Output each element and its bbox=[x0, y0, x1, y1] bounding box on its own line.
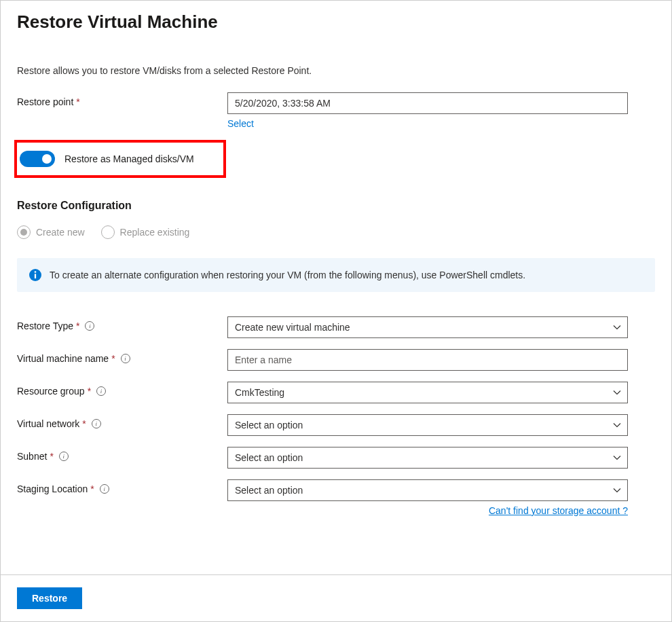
radio-replace-existing-label: Replace existing bbox=[120, 227, 190, 238]
staging-location-select[interactable]: Select an option bbox=[227, 479, 628, 501]
virtual-network-label-text: Virtual network bbox=[17, 418, 79, 429]
resource-group-value: CmkTesting bbox=[227, 382, 628, 403]
select-restore-point-link[interactable]: Select bbox=[227, 118, 254, 129]
info-icon[interactable]: i bbox=[121, 354, 130, 363]
required-asterisk: * bbox=[76, 321, 79, 331]
virtual-network-label: Virtual network * i bbox=[17, 414, 227, 429]
radio-create-new[interactable]: Create new bbox=[17, 225, 85, 239]
managed-disks-toggle-label: Restore as Managed disks/VM bbox=[64, 153, 194, 164]
subnet-value: Select an option bbox=[227, 447, 628, 469]
vm-name-label-text: Virtual machine name bbox=[17, 353, 109, 364]
restore-type-value: Create new virtual machine bbox=[227, 316, 628, 338]
svg-rect-1 bbox=[35, 274, 36, 278]
required-asterisk: * bbox=[88, 386, 91, 397]
resource-group-label-text: Resource group bbox=[17, 386, 85, 397]
subnet-label: Subnet * i bbox=[17, 447, 227, 462]
restore-config-section-title: Restore Configuration bbox=[17, 200, 655, 212]
radio-replace-existing[interactable]: Replace existing bbox=[101, 225, 190, 239]
restore-type-label: Restore Type * i bbox=[17, 316, 227, 331]
resource-group-select[interactable]: CmkTesting bbox=[227, 382, 628, 403]
restore-point-input[interactable] bbox=[227, 92, 628, 114]
info-icon[interactable]: i bbox=[85, 321, 94, 331]
virtual-network-select[interactable]: Select an option bbox=[227, 414, 628, 436]
info-message-text: To create an alternate configuration whe… bbox=[50, 270, 525, 280]
info-icon[interactable]: i bbox=[96, 386, 106, 396]
restore-type-label-text: Restore Type bbox=[17, 321, 73, 331]
required-asterisk: * bbox=[90, 483, 94, 494]
restore-point-label: Restore point * bbox=[17, 92, 227, 107]
staging-location-value: Select an option bbox=[227, 479, 628, 501]
subnet-label-text: Subnet bbox=[17, 451, 47, 462]
staging-location-label: Staging Location * i bbox=[17, 479, 227, 494]
page-title: Restore Virtual Machine bbox=[17, 12, 655, 33]
staging-location-label-text: Staging Location bbox=[17, 483, 88, 494]
vm-name-input[interactable] bbox=[227, 349, 628, 371]
info-icon bbox=[29, 269, 41, 281]
resource-group-label: Resource group * i bbox=[17, 382, 227, 397]
required-asterisk: * bbox=[76, 96, 79, 107]
managed-disks-highlight: Restore as Managed disks/VM bbox=[14, 140, 226, 178]
svg-point-2 bbox=[35, 271, 37, 273]
restore-point-label-text: Restore point bbox=[17, 96, 73, 107]
restore-type-select[interactable]: Create new virtual machine bbox=[227, 316, 628, 338]
radio-circle-icon bbox=[101, 225, 115, 239]
required-asterisk: * bbox=[82, 418, 86, 429]
description-text: Restore allows you to restore VM/disks f… bbox=[17, 65, 655, 76]
subnet-select[interactable]: Select an option bbox=[227, 447, 628, 469]
info-icon[interactable]: i bbox=[100, 484, 109, 494]
vm-name-label: Virtual machine name * i bbox=[17, 349, 227, 364]
radio-create-new-label: Create new bbox=[36, 227, 85, 238]
required-asterisk: * bbox=[111, 353, 115, 364]
managed-disks-toggle[interactable] bbox=[20, 151, 55, 167]
footer-bar: Restore bbox=[1, 574, 671, 621]
info-icon[interactable]: i bbox=[59, 452, 69, 461]
radio-circle-icon bbox=[17, 225, 31, 239]
restore-config-radio-group: Create new Replace existing bbox=[17, 225, 655, 239]
info-icon[interactable]: i bbox=[92, 419, 101, 428]
storage-account-help-link[interactable]: Can't find your storage account ? bbox=[489, 505, 628, 516]
virtual-network-value: Select an option bbox=[227, 414, 628, 436]
info-message-box: To create an alternate configuration whe… bbox=[17, 258, 655, 292]
required-asterisk: * bbox=[50, 451, 53, 462]
restore-button[interactable]: Restore bbox=[17, 587, 82, 609]
